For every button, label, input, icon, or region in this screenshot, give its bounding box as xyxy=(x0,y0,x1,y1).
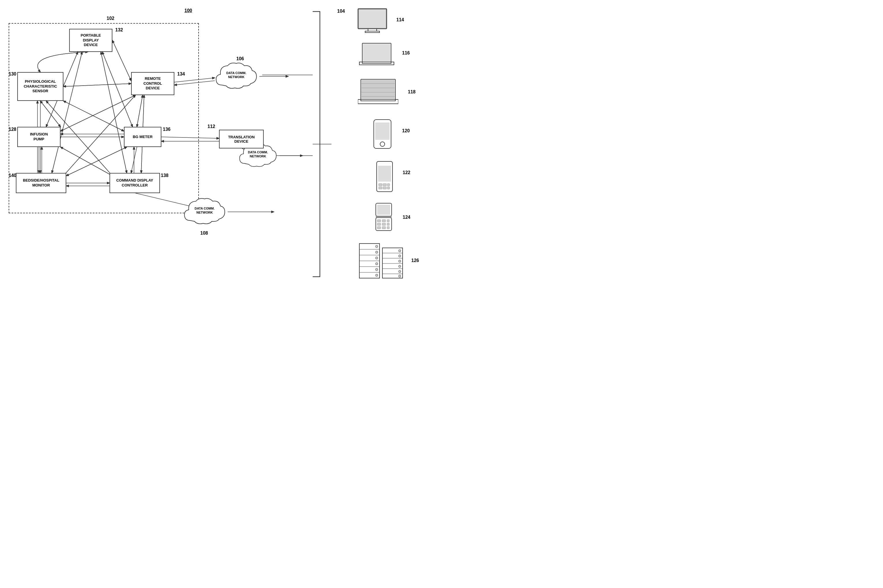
cloud-106: DATA COMM.NETWORK xyxy=(213,60,259,92)
svg-point-45 xyxy=(375,262,378,265)
svg-rect-28 xyxy=(387,220,389,222)
svg-rect-35 xyxy=(376,216,392,218)
cloud-108: DATA COMM.NETWORK xyxy=(181,196,228,228)
ref-140: 140 xyxy=(9,173,16,178)
portable-display-node: PORTABLEDISPLAYDEVICE xyxy=(69,29,112,52)
bg-meter-node: BG METER xyxy=(124,127,161,147)
svg-rect-31 xyxy=(387,223,389,225)
diagram-container: 100 102 PORTABLEDISPLAYDEVICE 132 PHYSIO… xyxy=(0,0,442,294)
svg-rect-16 xyxy=(378,166,391,182)
svg-rect-18 xyxy=(383,184,387,186)
svg-rect-30 xyxy=(382,223,385,225)
svg-rect-5 xyxy=(363,44,390,62)
svg-rect-22 xyxy=(387,187,390,189)
ref-122: 122 xyxy=(403,170,410,175)
ref-138: 138 xyxy=(161,173,169,178)
device-phone2 xyxy=(375,160,394,194)
svg-rect-13 xyxy=(375,123,390,140)
svg-rect-34 xyxy=(387,226,389,229)
infusion-pump-node: INFUSIONPUMP xyxy=(17,127,60,147)
ref-120: 120 xyxy=(402,128,410,134)
device-laptop1 xyxy=(358,42,396,69)
label-102: 102 xyxy=(106,16,114,21)
svg-point-59 xyxy=(399,275,401,277)
bedside-monitor-node: BEDSIDE/HOSPITALMONITOR xyxy=(16,173,66,193)
svg-rect-1 xyxy=(358,9,386,28)
svg-point-57 xyxy=(399,265,401,267)
ref-118: 118 xyxy=(408,89,415,94)
device-laptop2 xyxy=(358,78,398,108)
svg-rect-26 xyxy=(377,220,381,222)
translation-device-node: TRANSLATIONDEVICE xyxy=(219,130,264,148)
svg-point-56 xyxy=(399,260,401,262)
device-phone1 xyxy=(372,118,393,151)
svg-rect-2 xyxy=(368,29,377,31)
ref-136: 136 xyxy=(163,127,171,132)
device-server xyxy=(358,242,404,284)
svg-rect-33 xyxy=(382,226,385,229)
label-100: 100 xyxy=(184,8,192,13)
svg-rect-21 xyxy=(383,187,387,189)
svg-rect-32 xyxy=(377,226,381,229)
ref-130: 130 xyxy=(9,72,16,76)
svg-point-58 xyxy=(399,270,401,273)
ref-126: 126 xyxy=(411,258,419,263)
ref-112: 112 xyxy=(207,124,215,129)
svg-rect-24 xyxy=(377,205,390,215)
svg-point-43 xyxy=(375,251,378,254)
svg-point-55 xyxy=(399,255,401,257)
device-desktop xyxy=(355,7,390,37)
ref-132: 132 xyxy=(115,27,123,33)
ref-116: 116 xyxy=(402,51,410,56)
svg-rect-3 xyxy=(365,31,379,33)
phys-sensor-node: PHYSIOLOGICALCHARACTERISTICSENSOR xyxy=(17,72,63,101)
svg-rect-19 xyxy=(387,184,390,186)
ref-134: 134 xyxy=(177,72,185,76)
command-display-node: COMMAND DISPLAYCONTROLLER xyxy=(109,173,160,193)
svg-point-47 xyxy=(375,274,378,276)
ref-124: 124 xyxy=(403,215,410,220)
device-phone3 xyxy=(374,202,393,233)
svg-point-42 xyxy=(375,245,378,248)
svg-rect-29 xyxy=(377,223,381,225)
svg-rect-20 xyxy=(379,187,382,189)
svg-point-44 xyxy=(375,257,378,259)
svg-rect-17 xyxy=(379,184,382,186)
svg-point-54 xyxy=(399,250,401,252)
ref-128: 128 xyxy=(9,127,16,132)
svg-rect-48 xyxy=(382,248,403,278)
remote-control-node: REMOTECONTROLDEVICE xyxy=(131,72,174,95)
ref-114: 114 xyxy=(396,17,404,22)
svg-rect-27 xyxy=(382,220,385,222)
ref-104: 104 xyxy=(337,9,345,14)
svg-point-46 xyxy=(375,268,378,271)
ref-108: 108 xyxy=(200,231,208,236)
svg-rect-7 xyxy=(361,80,395,99)
